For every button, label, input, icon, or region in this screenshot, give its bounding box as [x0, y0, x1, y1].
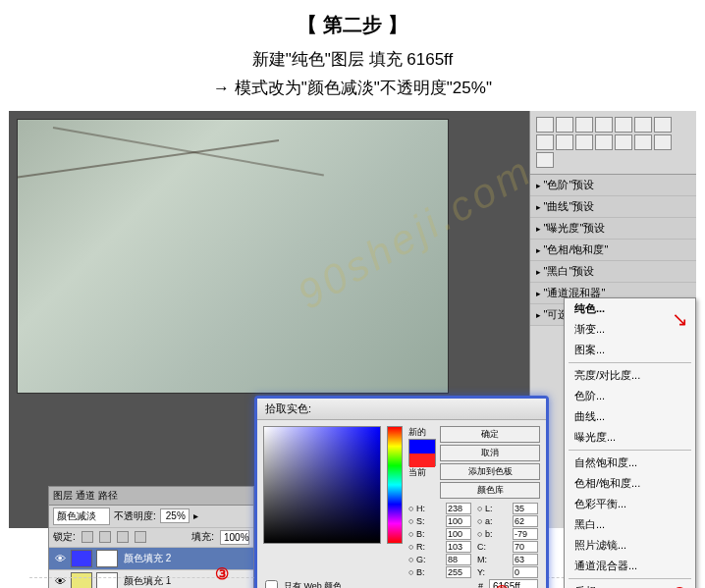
fill-input[interactable]: 100% [220, 530, 249, 545]
visibility-icon[interactable]: 👁 [51, 553, 69, 564]
instruction-line-1: 新建"纯色"图层 填充 6165ff [0, 46, 705, 75]
color-picker-title: 拾取实色: [257, 399, 546, 420]
adjustment-icon[interactable] [556, 117, 573, 133]
adjustment-layer-menu: 纯色... 渐变... 图案... 亮度/对比度... 色阶... 曲线... … [564, 297, 696, 588]
adjustment-icon[interactable] [536, 117, 554, 133]
lock-all-icon[interactable] [135, 531, 146, 543]
hue-slider[interactable] [387, 426, 403, 544]
lock-position-icon[interactable] [117, 531, 129, 543]
adjustment-icon[interactable] [536, 152, 554, 168]
g-label: ○ G: [408, 555, 442, 564]
adjustment-icon[interactable] [615, 134, 632, 150]
color-value-fields: ○ H: ○ L: ○ S: ○ a: ○ B: ○ b: ○ R: C: ○ … [408, 503, 540, 578]
b2-input[interactable] [513, 528, 538, 540]
menu-separator [569, 578, 691, 579]
menu-curves[interactable]: 曲线... [565, 406, 695, 427]
y-input[interactable] [513, 566, 538, 578]
menu-levels[interactable]: 色阶... [565, 386, 695, 406]
s-input[interactable] [446, 515, 471, 527]
color-picker-dialog: 拾取实色: 新的 当前 确定 取消 添加到色板 颜色库 [254, 396, 549, 588]
adjustment-icon[interactable] [654, 117, 672, 133]
layer-name: 颜色填充 1 [120, 574, 171, 588]
layers-panel-tabs[interactable]: 图层 通道 路径 [49, 487, 253, 506]
a-label: ○ a: [477, 516, 509, 526]
menu-bw[interactable]: 黑白... [565, 514, 695, 535]
c-label: C: [477, 542, 509, 552]
lock-fill-row: 锁定: 填充: 100% [49, 528, 253, 548]
menu-hue[interactable]: 色相/饱和度... [565, 473, 695, 494]
adjustment-icon[interactable] [615, 117, 632, 133]
canvas-image[interactable] [17, 119, 449, 394]
add-swatch-button[interactable]: 添加到色板 [440, 463, 540, 480]
adjustment-icon[interactable] [595, 134, 613, 150]
br-input[interactable] [446, 528, 471, 540]
hex-label: # [478, 581, 483, 588]
dropdown-icon[interactable]: ▸ [193, 510, 198, 521]
annotation-1: ① [673, 584, 686, 588]
h-label: ○ H: [408, 504, 442, 513]
annotation-3: ③ [215, 564, 229, 583]
r-label: ○ R: [408, 542, 442, 552]
menu-colorbalance[interactable]: 色彩平衡... [565, 494, 695, 514]
preset-item[interactable]: "色相/饱和度" [530, 240, 696, 261]
g-input[interactable] [446, 554, 471, 565]
adjustment-icon[interactable] [634, 134, 652, 150]
h-input[interactable] [446, 503, 471, 514]
menu-pattern[interactable]: 图案... [565, 340, 695, 360]
adjustment-icon[interactable] [556, 134, 573, 150]
lock-pixels-icon[interactable] [99, 531, 111, 543]
current-color-label: 当前 [408, 466, 436, 479]
adjustment-icon[interactable] [536, 134, 554, 150]
adjustment-icon[interactable] [575, 134, 593, 150]
l-label: ○ L: [477, 504, 509, 513]
lock-label: 锁定: [53, 530, 76, 544]
r-input[interactable] [446, 541, 471, 553]
menu-vibrance[interactable]: 自然饱和度... [565, 453, 695, 473]
instruction-line-2: → 模式改为"颜色减淡"不透明度"25%" [0, 75, 705, 103]
opacity-label: 不透明度: [114, 509, 156, 523]
y-label: Y: [477, 567, 509, 577]
cancel-button[interactable]: 取消 [440, 445, 540, 461]
b-label: ○ B: [408, 567, 442, 577]
layer-name: 颜色填充 2 [120, 552, 171, 565]
ok-button[interactable]: 确定 [440, 426, 540, 443]
menu-photofilter[interactable]: 照片滤镜... [565, 535, 695, 556]
photoshop-workspace: 90sheji.com 图层 通道 路径 颜色减淡 不透明度: 25% ▸ 锁定… [9, 111, 696, 528]
color-preview [408, 439, 436, 466]
web-only-checkbox[interactable] [265, 580, 278, 588]
a-input[interactable] [513, 515, 538, 527]
b-input[interactable] [446, 566, 471, 578]
color-field[interactable] [263, 426, 381, 544]
menu-brightness[interactable]: 亮度/对比度... [565, 365, 695, 386]
menu-separator [569, 450, 691, 451]
preset-item[interactable]: "曲线"预设 [530, 196, 696, 218]
opacity-input[interactable]: 25% [160, 508, 190, 523]
layer-thumb[interactable] [71, 572, 92, 588]
layer-thumb[interactable] [71, 550, 92, 567]
preset-item[interactable]: "曝光度"预设 [530, 218, 696, 240]
layer-mask-thumb[interactable] [96, 572, 118, 588]
lock-transparency-icon[interactable] [81, 531, 93, 543]
adjustment-icon[interactable] [595, 117, 613, 133]
m-input[interactable] [513, 554, 538, 565]
adjustment-icon[interactable] [575, 117, 593, 133]
c-input[interactable] [513, 541, 538, 553]
arrow-icon: ↘ [672, 307, 688, 331]
adjustment-icon[interactable] [654, 134, 672, 150]
new-color-label: 新的 [408, 426, 436, 439]
m-label: M: [477, 555, 509, 564]
blend-opacity-row: 颜色减淡 不透明度: 25% ▸ [49, 506, 253, 528]
layer-mask-thumb[interactable] [96, 550, 118, 567]
menu-channelmixer[interactable]: 通道混合器... [565, 556, 695, 576]
preset-item[interactable]: "色阶"预设 [530, 175, 696, 196]
fill-label: 填充: [191, 530, 214, 544]
b2-label: ○ b: [477, 529, 509, 539]
menu-separator [569, 362, 691, 363]
menu-exposure[interactable]: 曝光度... [565, 427, 695, 448]
color-library-button[interactable]: 颜色库 [440, 482, 540, 499]
step-title: 【 第二步 】 [0, 0, 705, 46]
blend-mode-select[interactable]: 颜色减淡 [53, 508, 110, 525]
l-input[interactable] [513, 503, 538, 514]
adjustment-icon[interactable] [634, 117, 652, 133]
preset-item[interactable]: "黑白"预设 [530, 261, 696, 283]
